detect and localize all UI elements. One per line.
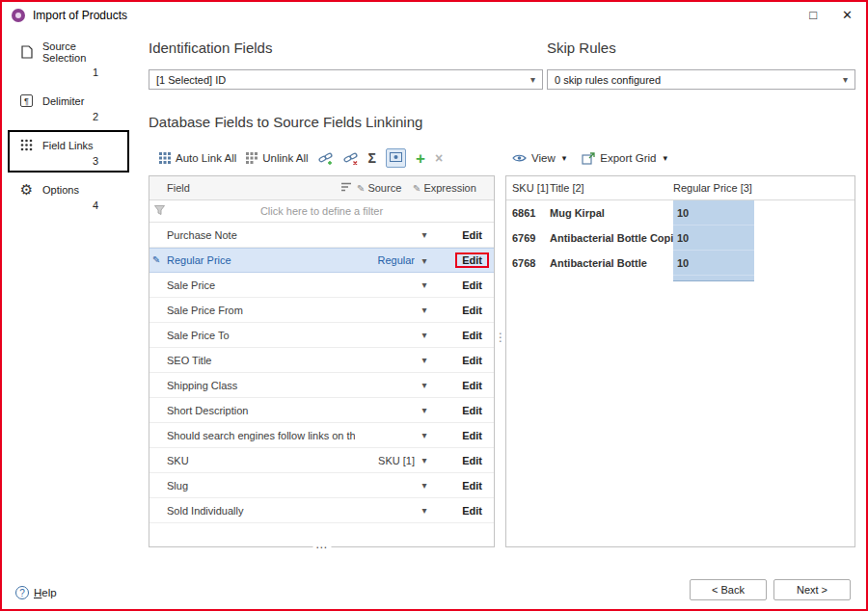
chevron-down-icon[interactable]: ▾ bbox=[415, 330, 434, 340]
sidebar-item-source-selection[interactable]: Source Selection 1 bbox=[8, 33, 129, 84]
edit-button[interactable]: Edit bbox=[462, 279, 482, 291]
maximize-icon[interactable]: □ bbox=[809, 9, 817, 21]
app-logo-icon bbox=[12, 9, 25, 22]
chevron-down-icon[interactable]: ▾ bbox=[415, 355, 434, 365]
sidebar-item-delimiter[interactable]: ¶ Delimiter 2 bbox=[8, 86, 129, 128]
edit-button[interactable]: Edit bbox=[462, 229, 482, 241]
price-cell: 10 bbox=[673, 226, 754, 251]
close-icon[interactable]: ✕ bbox=[842, 9, 853, 21]
step-number: 4 bbox=[19, 199, 122, 211]
edit-button[interactable]: Edit bbox=[462, 380, 482, 391]
edit-button[interactable]: Edit bbox=[462, 505, 482, 517]
auto-link-grid-icon bbox=[159, 152, 171, 164]
chevron-down-icon[interactable]: ▾ bbox=[415, 279, 434, 290]
edit-button[interactable]: Edit bbox=[462, 355, 482, 366]
preview-toggle-button[interactable] bbox=[386, 148, 406, 168]
preview-row[interactable]: 6768 Antibacterial Bottle 10 bbox=[506, 251, 854, 276]
linking-toolbar: Auto Link All Unlink All Σ + × bbox=[159, 147, 443, 169]
link-remove-icon[interactable] bbox=[343, 151, 359, 165]
sort-icon[interactable] bbox=[336, 182, 357, 194]
column-header-expression[interactable]: ✎ Expression bbox=[413, 182, 494, 194]
field-link-row-sale-price-from[interactable]: Sale Price From ▾ Edit bbox=[149, 298, 494, 323]
sku-cell: 6769 bbox=[506, 226, 550, 251]
field-link-row-slug[interactable]: Slug ▾ Edit bbox=[149, 473, 494, 498]
field-links-grid-icon bbox=[19, 138, 34, 152]
skip-rules-dropdown-value: 0 skip rules configured bbox=[555, 74, 661, 86]
field-link-row-sale-price[interactable]: Sale Price ▾ Edit bbox=[149, 273, 494, 298]
chevron-down-icon[interactable]: ▾ bbox=[415, 380, 434, 390]
field-link-row-regular-price[interactable]: ✎ Regular Price Regular ▾ Edit bbox=[149, 248, 494, 273]
unlink-all-button[interactable]: Unlink All bbox=[246, 152, 308, 164]
identification-dropdown[interactable]: [1 Selected] ID ▾ bbox=[149, 69, 543, 90]
filter-hint: Click here to define a filter bbox=[149, 205, 494, 217]
edit-button[interactable]: Edit bbox=[462, 405, 482, 416]
splitter-handle[interactable]: ⋮ bbox=[495, 334, 504, 341]
preview-row[interactable]: 6769 Antibacterial Bottle Copil 10 bbox=[506, 226, 854, 251]
edit-button[interactable]: Edit bbox=[462, 455, 482, 466]
edit-button[interactable]: Edit bbox=[462, 305, 482, 316]
pencil-icon: ✎ bbox=[413, 183, 420, 194]
grid-resize-handle[interactable]: ⋯ bbox=[312, 543, 331, 552]
field-name: Slug bbox=[149, 480, 355, 491]
chevron-down-icon[interactable]: ▾ bbox=[415, 229, 434, 240]
next-button[interactable]: Next > bbox=[773, 579, 851, 600]
delimiter-icon: ¶ bbox=[19, 93, 34, 108]
chevron-down-icon: ▾ bbox=[663, 153, 667, 163]
chevron-down-icon[interactable]: ▾ bbox=[415, 305, 434, 315]
title-cell: Antibacterial Bottle Copil bbox=[550, 226, 673, 251]
chevron-down-icon[interactable]: ▾ bbox=[415, 255, 434, 266]
step-number: 2 bbox=[19, 111, 122, 122]
price-cell: 10 bbox=[673, 200, 754, 226]
column-header-regular-price[interactable]: Regular Price [3] bbox=[673, 182, 754, 194]
sku-cell: 6861 bbox=[506, 200, 550, 226]
column-header-field[interactable]: Field bbox=[149, 182, 336, 194]
source-value: Regular bbox=[355, 254, 415, 266]
preview-row[interactable]: 6861 Mug Kirpal 10 bbox=[506, 200, 854, 226]
unlink-grid-icon bbox=[246, 152, 258, 164]
field-link-row-shipping-class[interactable]: Shipping Class ▾ Edit bbox=[149, 373, 494, 398]
edit-button[interactable]: Edit bbox=[462, 430, 482, 441]
field-name: SKU bbox=[149, 455, 355, 466]
field-name: SEO Title bbox=[149, 355, 355, 366]
sidebar-item-options[interactable]: ⚙ Options 4 bbox=[8, 174, 129, 217]
field-link-row-sold-individually[interactable]: Sold Individually ▾ Edit bbox=[149, 498, 494, 523]
chevron-down-icon[interactable]: ▾ bbox=[415, 480, 434, 491]
sidebar-item-field-links[interactable]: Field Links 3 bbox=[8, 130, 129, 173]
column-header-title[interactable]: Title [2] bbox=[550, 182, 673, 194]
filter-row[interactable]: Click here to define a filter bbox=[149, 200, 494, 223]
link-add-icon[interactable] bbox=[318, 151, 334, 165]
help-link[interactable]: ? Help bbox=[15, 586, 57, 599]
auto-link-all-button[interactable]: Auto Link All bbox=[159, 152, 236, 164]
skip-rules-dropdown[interactable]: 0 skip rules configured ▾ bbox=[547, 69, 855, 90]
add-icon[interactable]: + bbox=[416, 150, 425, 167]
chevron-down-icon[interactable]: ▾ bbox=[415, 405, 434, 415]
step-label: Source Selection bbox=[42, 40, 122, 64]
column-header-sku[interactable]: SKU [1] bbox=[506, 182, 550, 194]
source-value: SKU [1] bbox=[355, 455, 415, 466]
edit-button-annotated[interactable]: Edit bbox=[455, 252, 489, 268]
edit-button[interactable]: Edit bbox=[462, 480, 482, 491]
edit-button[interactable]: Edit bbox=[462, 330, 482, 341]
chevron-down-icon[interactable]: ▾ bbox=[415, 505, 434, 516]
chevron-down-icon[interactable]: ▾ bbox=[415, 455, 434, 465]
field-link-row-purchase-note[interactable]: Purchase Note ▾ Edit bbox=[149, 223, 494, 248]
field-link-row-should-search-engines[interactable]: Should search engines follow links on th… bbox=[149, 423, 494, 448]
export-icon bbox=[582, 152, 595, 165]
expression-sigma-icon[interactable]: Σ bbox=[368, 150, 376, 166]
step-label: Delimiter bbox=[42, 95, 84, 107]
field-name: Should search engines follow links on th… bbox=[149, 430, 355, 441]
field-link-row-seo-title[interactable]: SEO Title ▾ Edit bbox=[149, 348, 494, 373]
step-number: 1 bbox=[19, 66, 122, 78]
delete-icon[interactable]: × bbox=[435, 151, 443, 165]
field-link-row-short-description[interactable]: Short Description ▾ Edit bbox=[149, 398, 494, 423]
view-dropdown-button[interactable]: View ▾ bbox=[512, 152, 566, 164]
preview-grid: SKU [1] Title [2] Regular Price [3] 6861… bbox=[505, 175, 855, 547]
field-link-row-sale-price-to[interactable]: Sale Price To ▾ Edit bbox=[149, 323, 494, 348]
preview-toolbar: View ▾ Export Grid ▾ bbox=[512, 147, 667, 169]
chevron-down-icon[interactable]: ▾ bbox=[415, 430, 434, 440]
field-link-row-sku[interactable]: SKU SKU [1] ▾ Edit bbox=[149, 448, 494, 473]
back-button[interactable]: < Back bbox=[690, 579, 767, 600]
export-grid-button[interactable]: Export Grid ▾ bbox=[582, 152, 667, 165]
eye-icon bbox=[512, 153, 527, 163]
column-header-source[interactable]: ✎ Source bbox=[357, 182, 413, 194]
